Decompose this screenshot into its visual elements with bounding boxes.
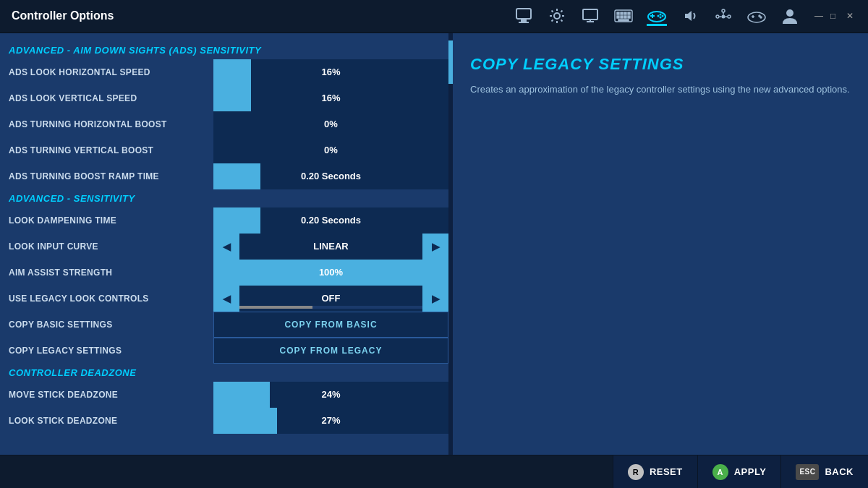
keyboard-nav-icon[interactable] — [613, 6, 634, 26]
label-look-stick-deadzone: LOOK STICK DEADZONE — [0, 416, 213, 426]
svg-rect-19 — [650, 15, 655, 17]
label-aim-assist-strength: AIM ASSIST STRENGTH — [0, 267, 213, 278]
value-ads-vertical-speed: 16% — [321, 93, 340, 103]
look-curve-right-button[interactable]: ▶ — [422, 234, 448, 260]
svg-point-35 — [759, 15, 760, 17]
value-look-stick-deadzone: 27% — [321, 415, 340, 426]
label-legacy-look-controls: USE LEGACY LOOK CONTROLS — [0, 294, 213, 304]
right-panel: COPY LEGACY SETTINGS Creates an approxim… — [453, 33, 868, 455]
section-header-sensitivity: ADVANCED - SENSITIVITY — [0, 189, 448, 207]
control-ads-vertical-speed[interactable]: 16% — [213, 85, 448, 111]
apply-label: APPLY — [734, 466, 767, 477]
control-move-stick-deadzone[interactable]: 24% — [213, 382, 448, 407]
reset-label: RESET — [650, 466, 683, 477]
row-look-dampening-time: LOOK DAMPENING TIME 0.20 Seconds — [0, 207, 448, 233]
value-ads-horizontal-speed: 16% — [321, 67, 340, 77]
svg-marker-24 — [685, 11, 692, 21]
svg-point-23 — [658, 14, 660, 17]
svg-point-36 — [760, 17, 762, 18]
maximize-button[interactable]: □ — [830, 11, 841, 21]
control-ads-turning-h-boost[interactable]: 0% — [213, 111, 448, 137]
svg-rect-10 — [624, 12, 626, 14]
svg-rect-13 — [621, 16, 623, 18]
label-look-input-curve: LOOK INPUT CURVE — [0, 241, 213, 252]
bottom-bar: R RESET A APPLY ESC BACK — [0, 455, 868, 488]
main-layout: ADVANCED - AIM DOWN SIGHTS (ADS) SENSITI… — [0, 33, 868, 455]
settings-panel: ADVANCED - AIM DOWN SIGHTS (ADS) SENSITI… — [0, 33, 448, 455]
controller-nav-icon[interactable] — [647, 6, 667, 26]
svg-point-32 — [748, 12, 765, 22]
value-look-dampening-time: 0.20 Seconds — [301, 215, 361, 226]
control-ads-turning-v-boost[interactable]: 0% — [213, 137, 448, 163]
gear-nav-icon[interactable] — [547, 6, 567, 26]
label-copy-basic-settings: COPY BASIC SETTINGS — [0, 320, 213, 330]
back-label: BACK — [825, 466, 854, 477]
svg-point-26 — [716, 15, 719, 18]
svg-rect-16 — [618, 20, 629, 21]
control-look-input-curve[interactable]: ◀ LINEAR ▶ — [213, 234, 448, 259]
gamepad-nav-icon[interactable] — [746, 6, 767, 26]
control-legacy-look-controls[interactable]: ◀ OFF ▶ — [213, 286, 448, 311]
svg-point-21 — [662, 14, 664, 17]
row-copy-basic-settings: COPY BASIC SETTINGS COPY FROM BASIC — [0, 311, 448, 337]
svg-point-22 — [660, 16, 662, 18]
label-ads-vertical-speed: ADS LOOK VERTICAL SPEED — [0, 93, 213, 103]
svg-point-20 — [660, 13, 662, 15]
copy-legacy-panel-description: Creates an approximation of the legacy c… — [470, 82, 851, 97]
control-aim-assist-strength[interactable]: 100% — [213, 260, 448, 285]
svg-rect-0 — [516, 9, 531, 19]
value-legacy-look-controls: OFF — [239, 293, 422, 304]
svg-point-3 — [554, 13, 560, 19]
svg-point-37 — [786, 9, 793, 17]
network-nav-icon[interactable] — [713, 6, 733, 26]
label-ads-horizontal-speed: ADS LOOK HORIZONTAL SPEED — [0, 67, 213, 77]
copy-legacy-button[interactable]: COPY FROM LEGACY — [213, 338, 448, 364]
window-controls[interactable]: — □ ✕ — [814, 11, 856, 21]
svg-rect-12 — [617, 16, 619, 18]
value-ads-turning-v-boost: 0% — [324, 145, 338, 155]
value-aim-assist-strength: 100% — [319, 267, 343, 278]
control-copy-basic-settings[interactable]: COPY FROM BASIC — [213, 312, 448, 337]
display-nav-icon[interactable] — [580, 6, 600, 26]
copy-basic-button[interactable]: COPY FROM BASIC — [213, 312, 448, 338]
back-button[interactable]: ESC BACK — [780, 455, 868, 489]
row-ads-boost-ramp-time: ADS TURNING BOOST RAMP TIME 0.20 Seconds — [0, 163, 448, 189]
svg-rect-11 — [628, 12, 630, 14]
label-ads-turning-h-boost: ADS TURNING HORIZONTAL BOOST — [0, 119, 213, 129]
value-move-stick-deadzone: 24% — [321, 389, 340, 400]
control-ads-boost-ramp-time[interactable]: 0.20 Seconds — [213, 163, 448, 189]
svg-rect-14 — [624, 16, 626, 18]
minimize-button[interactable]: — — [814, 11, 825, 21]
copy-legacy-panel-title: COPY LEGACY SETTINGS — [470, 55, 851, 74]
label-move-stick-deadzone: MOVE STICK DEADZONE — [0, 390, 213, 400]
look-curve-left-button[interactable]: ◀ — [213, 234, 239, 260]
row-move-stick-deadzone: MOVE STICK DEADZONE 24% — [0, 381, 448, 407]
apply-button[interactable]: A APPLY — [697, 455, 781, 489]
scrollbar-thumb[interactable] — [448, 40, 453, 84]
section-header-ads: ADVANCED - AIM DOWN SIGHTS (ADS) SENSITI… — [0, 40, 448, 59]
monitor-nav-icon[interactable] — [514, 6, 534, 26]
svg-rect-8 — [617, 12, 619, 14]
label-ads-boost-ramp-time: ADS TURNING BOOST RAMP TIME — [0, 171, 213, 181]
svg-rect-1 — [521, 20, 527, 22]
control-copy-legacy-settings[interactable]: COPY FROM LEGACY — [213, 338, 448, 363]
reset-key-icon: R — [628, 464, 644, 480]
control-ads-horizontal-speed[interactable]: 16% — [213, 59, 448, 85]
value-ads-boost-ramp-time: 0.20 Seconds — [301, 171, 361, 181]
label-copy-legacy-settings: COPY LEGACY SETTINGS — [0, 346, 213, 356]
audio-nav-icon[interactable] — [680, 6, 700, 26]
svg-rect-4 — [583, 9, 597, 20]
scrollbar[interactable] — [448, 33, 453, 455]
value-look-input-curve: LINEAR — [239, 241, 422, 252]
control-look-stick-deadzone[interactable]: 27% — [213, 408, 448, 433]
row-ads-turning-v-boost: ADS TURNING VERTICAL BOOST 0% — [0, 137, 448, 163]
close-button[interactable]: ✕ — [846, 11, 856, 21]
reset-button[interactable]: R RESET — [613, 455, 697, 489]
legacy-controls-left-button[interactable]: ◀ — [213, 286, 239, 312]
user-nav-icon[interactable] — [780, 6, 800, 26]
control-look-dampening-time[interactable]: 0.20 Seconds — [213, 207, 448, 233]
svg-rect-15 — [628, 16, 630, 18]
legacy-controls-right-button[interactable]: ▶ — [422, 286, 448, 312]
row-ads-turning-h-boost: ADS TURNING HORIZONTAL BOOST 0% — [0, 111, 448, 137]
svg-rect-9 — [621, 12, 623, 14]
